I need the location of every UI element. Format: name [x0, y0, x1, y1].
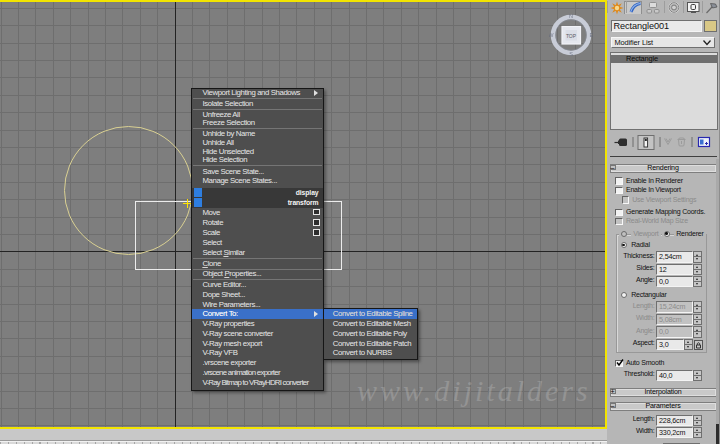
svg-text:TOP: TOP [566, 33, 577, 39]
svg-text:W: W [549, 32, 554, 38]
svg-text:E: E [590, 32, 593, 38]
svg-text:S: S [569, 51, 573, 57]
svg-text:N: N [569, 13, 573, 19]
